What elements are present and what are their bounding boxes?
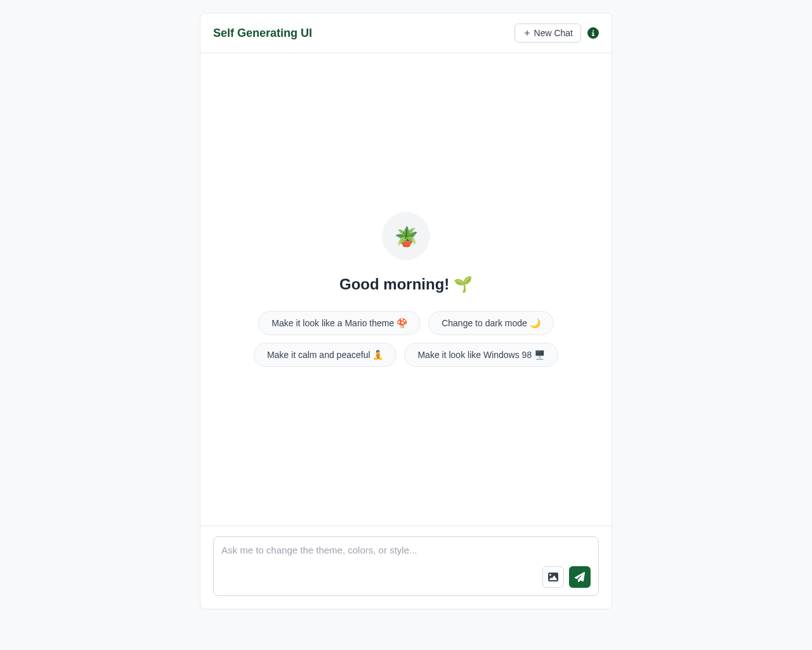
footer: [200, 526, 612, 609]
input-container: [213, 536, 599, 596]
app-container: Self Generating UI New Chat 🪴 Good morni…: [200, 13, 612, 609]
image-icon: [548, 572, 558, 582]
main-content: 🪴 Good morning! 🌱 Make it look like a Ma…: [200, 53, 612, 526]
header-actions: New Chat: [514, 23, 599, 43]
info-icon: [587, 27, 599, 39]
info-button[interactable]: [587, 27, 599, 39]
send-button[interactable]: [569, 566, 591, 588]
input-actions: [221, 566, 591, 588]
header: Self Generating UI New Chat: [200, 13, 612, 53]
suggestion-dark-mode[interactable]: Change to dark mode 🌙: [428, 311, 554, 335]
suggestion-windows-98[interactable]: Make it look like Windows 98 🖥️: [404, 343, 558, 367]
avatar: 🪴: [382, 212, 430, 260]
message-input[interactable]: [221, 545, 591, 560]
greeting-heading: Good morning! 🌱: [339, 275, 473, 293]
attach-image-button[interactable]: [542, 566, 564, 588]
suggestions-container: Make it look like a Mario theme 🍄 Change…: [247, 311, 565, 367]
app-title: Self Generating UI: [213, 27, 312, 40]
new-chat-label: New Chat: [534, 28, 573, 38]
suggestion-mario-theme[interactable]: Make it look like a Mario theme 🍄: [258, 311, 421, 335]
suggestion-calm-peaceful[interactable]: Make it calm and peaceful 🧘: [254, 343, 397, 367]
send-icon: [575, 572, 585, 582]
plus-icon: [523, 29, 532, 37]
new-chat-button[interactable]: New Chat: [514, 23, 581, 43]
